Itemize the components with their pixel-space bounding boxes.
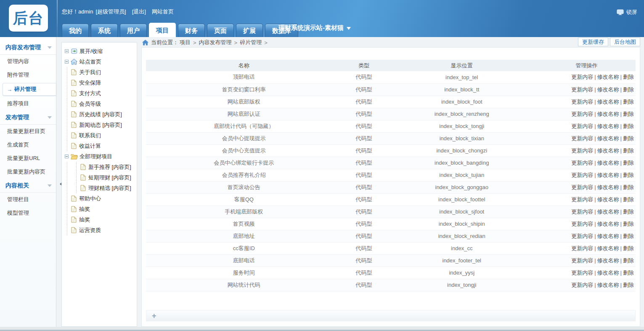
update-content-link[interactable]: 更新内容	[571, 99, 593, 105]
delete-link[interactable]: 删除	[623, 172, 634, 178]
breadcrumb-link[interactable]: 内容发布管理	[199, 39, 232, 46]
tree-collapse-toggle-icon[interactable]	[65, 49, 69, 53]
rename-link[interactable]: 修改名称	[597, 111, 619, 117]
update-content-link[interactable]: 更新内容	[571, 86, 593, 93]
sidebar-section-header[interactable]: 发布管理	[0, 110, 56, 125]
rename-link[interactable]: 修改名称	[597, 135, 619, 141]
sidebar-item[interactable]: → 管理栏目	[0, 193, 56, 206]
tree-collapse-toggle-icon[interactable]	[65, 155, 69, 158]
lock-screen-button[interactable]: 锁屏	[617, 8, 637, 16]
sidebar-item[interactable]: → 模型管理	[0, 206, 56, 220]
tree-item[interactable]: 新手推荐 [内容页]	[63, 162, 136, 172]
delete-link[interactable]: 删除	[623, 184, 634, 190]
tree-collapse-toggle-icon[interactable]	[65, 60, 69, 64]
sidebar-item[interactable]: → 推荐项目	[0, 97, 56, 110]
nav-tab[interactable]: 页面	[207, 24, 234, 37]
delete-link[interactable]: 删除	[623, 245, 634, 251]
rename-link[interactable]: 修改名称	[597, 196, 619, 203]
rename-link[interactable]: 修改名称	[597, 74, 619, 80]
delete-link[interactable]: 删除	[623, 135, 634, 141]
update-content-link[interactable]: 更新内容	[571, 111, 593, 117]
sidebar-item[interactable]: → 附件管理	[0, 68, 56, 82]
update-content-link[interactable]: 更新内容	[571, 221, 593, 227]
rename-link[interactable]: 修改名称	[597, 160, 619, 166]
delete-link[interactable]: 删除	[623, 74, 634, 80]
user-role-link[interactable]: [超级管理员]	[95, 8, 126, 16]
nav-tab[interactable]: 用户	[120, 24, 147, 37]
rename-link[interactable]: 修改名称	[597, 221, 619, 227]
update-content-link[interactable]: 更新内容	[571, 184, 593, 190]
sidebar-item[interactable]: → 碎片管理	[3, 83, 56, 96]
sidebar-item[interactable]: → 生成首页	[0, 138, 56, 152]
update-content-link[interactable]: 更新内容	[571, 135, 593, 141]
sidebar-item[interactable]: → 批量更新URL	[0, 152, 56, 165]
delete-link[interactable]: 删除	[623, 86, 634, 93]
nav-tab[interactable]: 扩展	[236, 24, 263, 37]
nav-tab[interactable]: 系统	[91, 24, 118, 37]
rename-link[interactable]: 修改名称	[597, 184, 619, 190]
tree-item[interactable]: 关于我们	[63, 67, 136, 77]
site-map-button[interactable]: 后台地图	[610, 37, 640, 46]
update-content-link[interactable]: 更新内容	[571, 208, 593, 215]
delete-link[interactable]: 删除	[623, 221, 634, 227]
breadcrumb-link[interactable]: 碎片管理	[240, 39, 262, 46]
nav-tab[interactable]: 财务	[178, 24, 205, 37]
update-content-link[interactable]: 更新内容	[571, 270, 593, 276]
rename-link[interactable]: 修改名称	[597, 86, 619, 93]
tree-item[interactable]: 帮助中心	[63, 193, 136, 204]
rename-link[interactable]: 修改名称	[597, 245, 619, 251]
tree-item[interactable]: 站点首页	[63, 56, 136, 67]
update-cache-button[interactable]: 更新缓存	[578, 37, 608, 46]
tree-item[interactable]: 全部理财项目	[63, 151, 136, 162]
tree-item[interactable]: 支付方式	[63, 88, 136, 99]
sidebar-item[interactable]: → 批量更新栏目页	[0, 125, 56, 138]
tree-item[interactable]: 运营资质	[63, 225, 136, 235]
delete-link[interactable]: 删除	[623, 196, 634, 203]
tree-item[interactable]: 展开/收缩	[63, 46, 136, 56]
delete-link[interactable]: 删除	[623, 147, 634, 154]
delete-link[interactable]: 删除	[623, 270, 634, 276]
delete-link[interactable]: 删除	[623, 233, 634, 239]
tree-item[interactable]: 新闻动态 [内容页]	[63, 120, 136, 130]
tree-item[interactable]: 历史战绩 [内容页]	[63, 109, 136, 120]
tree-item[interactable]: 抽奖	[63, 204, 136, 214]
nav-tab[interactable]: 项目	[149, 23, 176, 37]
update-content-link[interactable]: 更新内容	[571, 160, 593, 166]
rename-link[interactable]: 修改名称	[597, 147, 619, 154]
tree-item[interactable]: 会员等级	[63, 99, 136, 109]
update-content-link[interactable]: 更新内容	[571, 123, 593, 129]
sidebar-section-header[interactable]: 内容发布管理	[0, 40, 56, 55]
site-home-link[interactable]: 网站首页	[152, 8, 174, 16]
update-content-link[interactable]: 更新内容	[571, 282, 593, 288]
add-fragment-button[interactable]: +	[146, 310, 636, 321]
delete-link[interactable]: 删除	[623, 111, 634, 117]
delete-link[interactable]: 删除	[623, 123, 634, 129]
sidebar-section-header[interactable]: 内容相关	[0, 179, 56, 193]
delete-link[interactable]: 删除	[623, 257, 634, 264]
update-content-link[interactable]: 更新内容	[571, 172, 593, 178]
tree-item[interactable]: 安全保障	[63, 77, 136, 88]
breadcrumb-link[interactable]: 项目	[180, 39, 191, 46]
rename-link[interactable]: 修改名称	[597, 99, 619, 105]
delete-link[interactable]: 删除	[623, 282, 634, 288]
delete-link[interactable]: 删除	[623, 99, 634, 105]
update-content-link[interactable]: 更新内容	[571, 233, 593, 239]
rename-link[interactable]: 修改名称	[597, 208, 619, 215]
tree-item[interactable]: 短期理财 [内容页]	[63, 172, 136, 183]
rename-link[interactable]: 修改名称	[597, 123, 619, 129]
update-content-link[interactable]: 更新内容	[571, 74, 593, 80]
update-content-link[interactable]: 更新内容	[571, 196, 593, 203]
delete-link[interactable]: 删除	[623, 208, 634, 215]
update-content-link[interactable]: 更新内容	[571, 147, 593, 154]
tree-item[interactable]: 理财精选 [内容页]	[63, 183, 136, 193]
rename-link[interactable]: 修改名称	[597, 233, 619, 239]
nav-tab[interactable]: 我的	[62, 24, 89, 37]
sidebar-item[interactable]: → 管理内容	[0, 55, 56, 68]
tree-item[interactable]: 收益计算	[63, 141, 136, 151]
rename-link[interactable]: 修改名称	[597, 270, 619, 276]
rename-link[interactable]: 修改名称	[597, 282, 619, 288]
site-selector[interactable]: 理财系统演示站-素材猫	[278, 23, 351, 37]
rename-link[interactable]: 修改名称	[597, 257, 619, 264]
update-content-link[interactable]: 更新内容	[571, 257, 593, 264]
tree-item[interactable]: 联系我们	[63, 130, 136, 141]
